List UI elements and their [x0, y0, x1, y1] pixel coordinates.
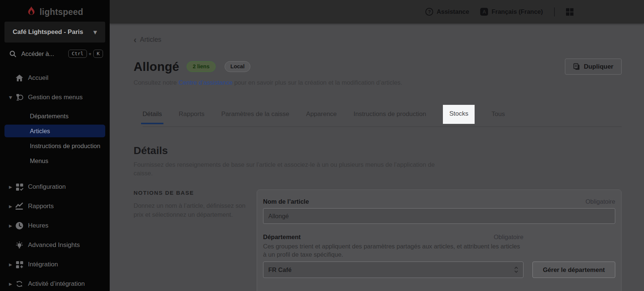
duplicate-button[interactable]: Dupliquer	[565, 59, 622, 75]
language-selector[interactable]: A Français (France)	[480, 8, 543, 16]
grid-plus-icon	[15, 260, 24, 269]
chevron-left-icon: ‹	[134, 37, 137, 43]
department-selected-value: FR Café	[268, 266, 514, 273]
sidebar-item-accueil[interactable]: Accueil	[0, 71, 110, 85]
search-placeholder: Accéder à...	[21, 50, 64, 57]
sidebar-item-rapports[interactable]: ▶ Rapports	[0, 199, 110, 213]
links-badge: 2 liens	[187, 61, 215, 72]
logo-wordmark: lightspeed	[40, 7, 83, 17]
assistance-center-link[interactable]: Centre d’assistance	[178, 79, 232, 86]
lightspeed-logo: lightspeed	[0, 0, 110, 19]
sidebar-item-menus[interactable]: Menus	[4, 154, 105, 167]
details-heading: Détails	[134, 145, 622, 157]
caret-down-icon: ▼	[9, 95, 15, 100]
tab-details[interactable]: Détails	[143, 105, 162, 124]
sidebar-item-integration[interactable]: ▶ Intégration	[0, 257, 110, 272]
sidebar-item-advanced-insights[interactable]: Advanced Insights	[0, 238, 110, 252]
tab-rapports[interactable]: Rapports	[179, 105, 204, 124]
local-badge: Local	[225, 61, 251, 72]
sidebar: lightspeed Café Lightspeed - Paris ▼ Acc…	[0, 0, 110, 291]
department-field-label: Département	[263, 234, 301, 241]
required-badge: Obligatoire	[585, 198, 615, 205]
tab-tous[interactable]: Tous	[491, 105, 505, 124]
sidebar-item-instructions-de-production[interactable]: Instructions de production	[4, 140, 105, 152]
sidebar-item-articles[interactable]: Articles	[4, 125, 105, 137]
caret-right-icon: ▶	[9, 204, 15, 209]
tab-stocks[interactable]: Stocks	[443, 105, 475, 124]
stepper-icon	[514, 266, 519, 273]
lightbulb-icon	[15, 241, 24, 250]
manage-department-button[interactable]: Gérer le département	[532, 262, 615, 278]
home-icon	[15, 73, 24, 82]
basics-section-label: NOTIONS DE BASE	[134, 190, 248, 196]
main-content: ‹ Articles Allongé 2 liens Local Dupliqu…	[110, 24, 644, 291]
department-description: Ces groupes trient et appliquent des par…	[263, 242, 523, 259]
tab-parametres-caisse[interactable]: Paramètres de la caisse	[221, 105, 289, 124]
sidebar-item-heures[interactable]: ▶ Heures	[0, 219, 110, 233]
details-description: Fournissez des renseignements de base su…	[134, 160, 437, 178]
apps-grid-icon[interactable]	[566, 8, 573, 16]
clock-icon	[15, 221, 24, 230]
topbar: ? Assistance A Français (France)	[110, 0, 644, 24]
breadcrumb[interactable]: ‹ Articles	[134, 36, 161, 44]
kbd-ctrl: Ctrl	[68, 50, 87, 58]
article-name-input[interactable]	[263, 208, 615, 224]
language-icon: A	[480, 8, 488, 16]
name-field-label: Nom de l’article	[263, 198, 309, 205]
grid-check-icon	[15, 182, 24, 191]
sidebar-item-gestion-des-menus[interactable]: ▼ Gestion des menus	[0, 90, 110, 104]
caret-right-icon: ▶	[9, 223, 15, 228]
basics-section-desc: Donnez un nom à l’article, définissez so…	[134, 201, 248, 219]
global-search[interactable]: Accéder à... Ctrl + K	[0, 46, 110, 61]
article-header: Allongé 2 liens Local Dupliquer	[134, 59, 622, 75]
tab-bar: Détails Rapports Paramètres de la caisse…	[143, 105, 622, 127]
divider	[554, 7, 555, 16]
sidebar-item-configuration[interactable]: ▶ Configuration	[0, 180, 110, 194]
page-title: Allongé	[134, 60, 179, 74]
shortcut-hint: Ctrl + K	[68, 50, 103, 58]
basics-description-column: NOTIONS DE BASE Donnez un nom à l’articl…	[134, 190, 248, 219]
assistance-button[interactable]: ? Assistance	[425, 8, 469, 16]
caret-right-icon: ▶	[9, 262, 15, 267]
help-text: Consultez notre Centre d’assistance pour…	[134, 79, 622, 86]
chart-icon	[15, 202, 24, 211]
tab-apparence[interactable]: Apparence	[306, 105, 337, 124]
sidebar-item-departements[interactable]: Départements	[4, 110, 105, 122]
required-badge: Obligatoire	[494, 234, 523, 241]
sidebar-nav: Accueil ▼ Gestion des menus Départements…	[0, 71, 110, 291]
chevron-down-icon: ▼	[93, 29, 97, 35]
basics-form-panel: Nom de l’article Obligatoire Département…	[257, 190, 622, 291]
search-icon	[9, 50, 17, 58]
tab-instructions-production[interactable]: Instructions de production	[354, 105, 426, 124]
help-icon: ?	[425, 8, 433, 16]
kbd-k: K	[93, 50, 103, 58]
venue-selector[interactable]: Café Lightspeed - Paris ▼	[4, 22, 105, 43]
sidebar-item-activite-integration[interactable]: ▶ Activité d’intégration	[0, 277, 110, 291]
caret-right-icon: ▶	[9, 282, 15, 287]
flame-icon	[26, 6, 36, 18]
duplicate-icon	[573, 63, 580, 71]
sync-icon	[15, 279, 24, 288]
venue-name: Café Lightspeed - Paris	[13, 28, 93, 36]
department-select[interactable]: FR Café	[263, 262, 523, 278]
caret-right-icon: ▶	[9, 185, 15, 190]
menus-icon	[15, 93, 24, 102]
